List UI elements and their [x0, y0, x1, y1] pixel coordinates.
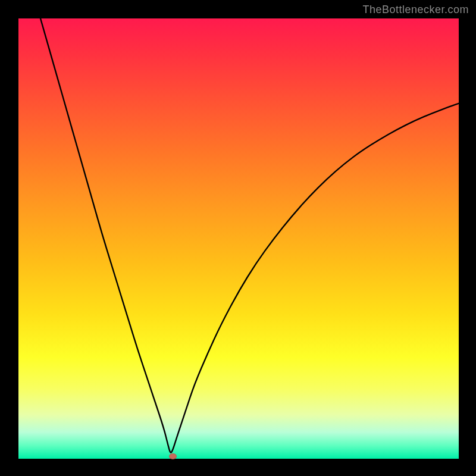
bottleneck-curve — [18, 18, 459, 459]
optimum-marker — [169, 453, 177, 459]
plot-area — [18, 18, 459, 459]
chart-frame: TheBottlenecker.com — [0, 0, 476, 476]
watermark-text: TheBottlenecker.com — [362, 4, 469, 16]
